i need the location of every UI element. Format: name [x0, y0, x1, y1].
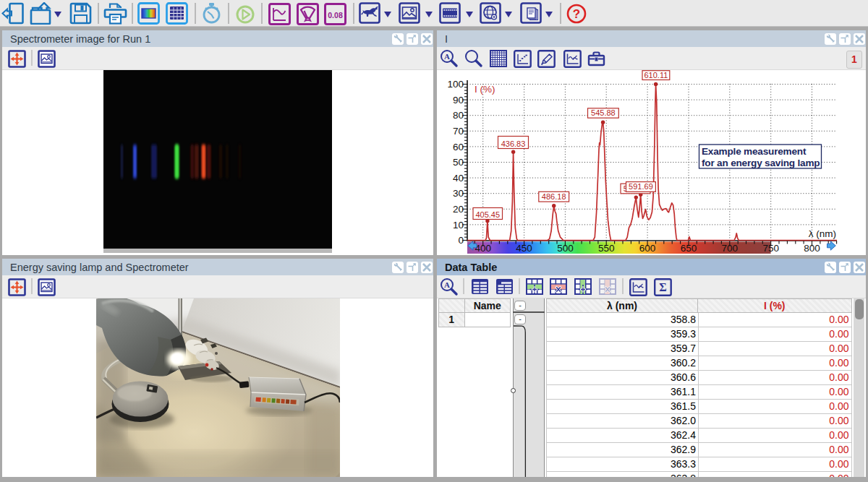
- svg-text:450: 450: [516, 243, 532, 254]
- svg-text:A: A: [444, 52, 450, 61]
- svg-text:436.83: 436.83: [501, 139, 526, 148]
- svg-text:500: 500: [557, 243, 574, 254]
- svg-text:610.11: 610.11: [644, 71, 668, 79]
- svg-text:800: 800: [804, 243, 820, 254]
- svg-text:650: 650: [681, 243, 697, 254]
- svg-text:A: A: [444, 280, 450, 289]
- svg-text:90: 90: [453, 95, 464, 106]
- svg-text:750: 750: [762, 243, 779, 254]
- svg-text:50: 50: [453, 157, 464, 168]
- svg-text:545.88: 545.88: [591, 108, 616, 117]
- svg-text:Example measurement: Example measurement: [702, 146, 807, 157]
- svg-text:486.18: 486.18: [542, 192, 566, 201]
- svg-text:λ (nm): λ (nm): [809, 228, 836, 239]
- svg-text:405.45: 405.45: [475, 210, 500, 219]
- svg-text:70: 70: [453, 126, 464, 137]
- svg-text:for an energy saving lamp: for an energy saving lamp: [702, 158, 820, 168]
- svg-text:591.69: 591.69: [629, 182, 653, 191]
- svg-text:60: 60: [453, 142, 464, 152]
- svg-text:0: 0: [458, 235, 464, 246]
- svg-text:10: 10: [453, 220, 464, 231]
- svg-text:Σ: Σ: [659, 281, 666, 293]
- svg-text:700: 700: [722, 243, 739, 254]
- svg-text:0.08: 0.08: [328, 11, 343, 20]
- svg-text:600: 600: [639, 243, 656, 254]
- svg-text:30: 30: [453, 188, 464, 199]
- svg-text:550: 550: [598, 243, 615, 254]
- svg-text:I (%): I (%): [475, 84, 495, 95]
- svg-text:40: 40: [453, 173, 464, 184]
- svg-text:20: 20: [453, 204, 464, 215]
- svg-text:400: 400: [475, 243, 491, 254]
- svg-text:80: 80: [453, 110, 464, 121]
- svg-text:100: 100: [447, 79, 464, 90]
- svg-text:?: ?: [573, 7, 580, 21]
